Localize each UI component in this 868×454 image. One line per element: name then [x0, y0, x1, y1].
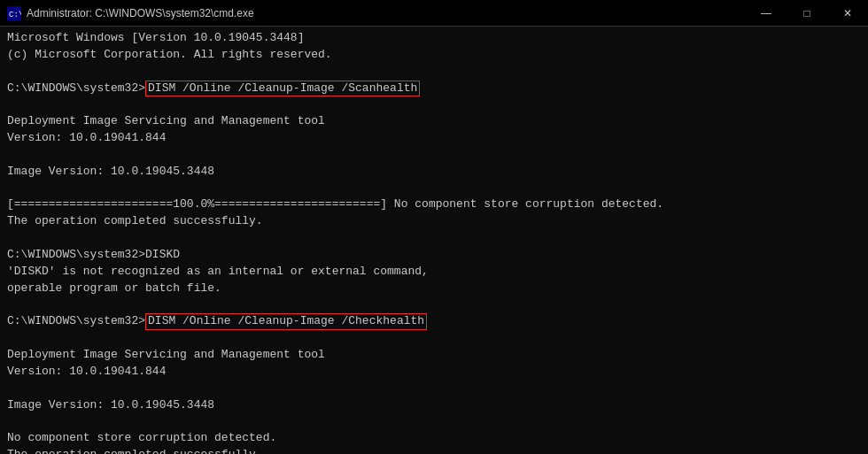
- terminal-text-line: Version: 10.0.19041.844: [7, 364, 861, 381]
- terminal-empty-line: [7, 414, 861, 431]
- command-highlight: DISM /Online /Cleanup-Image /Scanhealth: [145, 81, 420, 97]
- terminal-text-line: 'DISKD' is not recognized as an internal…: [7, 264, 861, 281]
- terminal-empty-line: [7, 381, 861, 397]
- minimize-button[interactable]: —: [746, 0, 787, 27]
- svg-text:C:\: C:\: [9, 11, 21, 19]
- command-highlight: DISM /Online /Cleanup-Image /Checkhealth: [145, 313, 427, 330]
- titlebar-controls: — □ ✕: [746, 0, 868, 27]
- cmd-icon: C:\: [7, 6, 21, 20]
- titlebar: C:\ Administrator: C:\WINDOWS\system32\c…: [0, 0, 868, 27]
- terminal-empty-line: [7, 64, 861, 81]
- terminal-content: Microsoft Windows [Version 10.0.19045.34…: [0, 27, 868, 454]
- terminal-empty-line: [7, 297, 861, 314]
- terminal-text-line: [=======================100.0%==========…: [7, 196, 861, 213]
- terminal-text-line: (c) Microsoft Corporation. All rights re…: [7, 47, 861, 64]
- terminal-empty-line: [7, 96, 861, 113]
- titlebar-left: C:\ Administrator: C:\WINDOWS\system32\c…: [7, 6, 254, 20]
- terminal-prompt-line: C:\WINDOWS\system32>DISKD: [7, 247, 861, 264]
- close-button[interactable]: ✕: [827, 0, 868, 27]
- terminal-empty-line: [7, 147, 861, 164]
- terminal-text-line: operable program or batch file.: [7, 281, 861, 297]
- terminal-text-line: Image Version: 10.0.19045.3448: [7, 397, 861, 414]
- command-text: DISKD: [145, 247, 180, 264]
- terminal-prompt-line: C:\WINDOWS\system32>DISM /Online /Cleanu…: [7, 81, 861, 97]
- titlebar-title: Administrator: C:\WINDOWS\system32\cmd.e…: [27, 7, 254, 19]
- terminal-text-line: Deployment Image Servicing and Managemen…: [7, 113, 861, 130]
- terminal-text-line: Microsoft Windows [Version 10.0.19045.34…: [7, 30, 861, 47]
- terminal-text-line: Version: 10.0.19041.844: [7, 130, 861, 147]
- terminal-empty-line: [7, 230, 861, 247]
- terminal-text-line: The operation completed successfully.: [7, 213, 861, 230]
- terminal-text-line: No component store corruption detected.: [7, 430, 861, 447]
- terminal-text-line: The operation completed successfully.: [7, 447, 861, 454]
- prompt-prefix: C:\WINDOWS\system32>: [7, 247, 145, 264]
- terminal-text-line: Image Version: 10.0.19045.3448: [7, 164, 861, 181]
- prompt-prefix: C:\WINDOWS\system32>: [7, 81, 145, 97]
- prompt-prefix: C:\WINDOWS\system32>: [7, 313, 145, 330]
- terminal-empty-line: [7, 181, 861, 197]
- terminal-text-line: Deployment Image Servicing and Managemen…: [7, 347, 861, 364]
- terminal-empty-line: [7, 330, 861, 347]
- terminal-prompt-line: C:\WINDOWS\system32>DISM /Online /Cleanu…: [7, 313, 861, 330]
- maximize-button[interactable]: □: [787, 0, 827, 27]
